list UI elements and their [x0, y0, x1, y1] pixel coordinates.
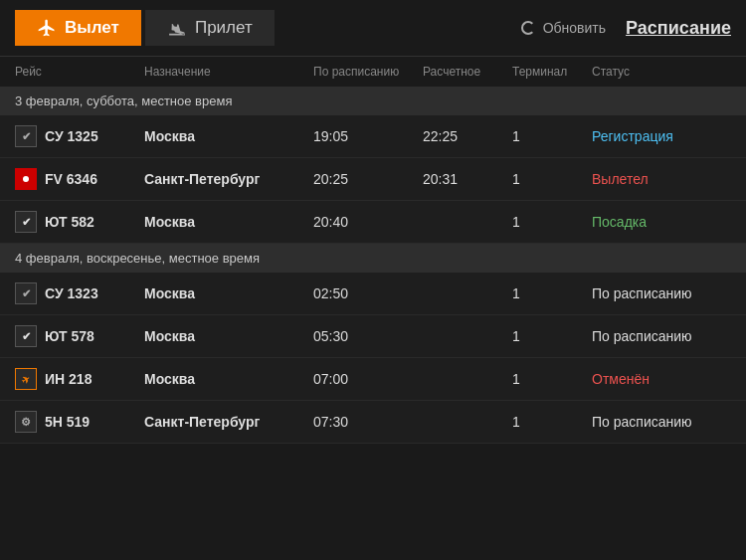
flight-id: СУ 1325 [15, 125, 144, 147]
airline-icon [15, 325, 37, 347]
scheduled-time: 07:00 [313, 371, 423, 387]
airline-icon [15, 282, 37, 304]
scheduled-time: 20:40 [313, 214, 423, 230]
table-row[interactable]: ИН 218 Москва 07:00 1 Отменён [0, 358, 746, 401]
status-badge: Вылетел [592, 171, 731, 187]
flight-number: FV 6346 [45, 171, 97, 187]
terminal: 1 [512, 371, 592, 387]
destination: Санкт-Петербург [144, 171, 313, 187]
status-badge: По расписанию [592, 328, 731, 344]
col-status: Статус [592, 65, 731, 79]
table-row[interactable]: 5Н 519 Санкт-Петербург 07:30 1 По распис… [0, 401, 746, 444]
column-headers: Рейс Назначение По расписанию Расчетное … [0, 57, 746, 87]
estimated-time: 22:25 [423, 128, 512, 144]
terminal: 1 [512, 128, 592, 144]
flight-id: ЮТ 582 [15, 211, 144, 233]
col-estimated: Расчетное [423, 65, 512, 79]
destination: Санкт-Петербург [144, 414, 313, 430]
airline-icon [15, 211, 37, 233]
schedule-title[interactable]: Расписание [626, 18, 731, 39]
status-badge: По расписанию [592, 414, 731, 430]
refresh-label: Обновить [543, 20, 606, 36]
col-scheduled: По расписанию [313, 65, 423, 79]
tab-depart-label: Вылет [65, 18, 119, 38]
tab-arrive[interactable]: Прилет [145, 10, 275, 46]
flight-number: ЮТ 582 [45, 214, 94, 230]
col-flight: Рейс [15, 65, 144, 79]
flight-id: СУ 1323 [15, 282, 144, 304]
scheduled-time: 02:50 [313, 285, 423, 301]
flight-id: ЮТ 578 [15, 325, 144, 347]
flight-number: СУ 1323 [45, 285, 98, 301]
arrive-plane-icon [167, 18, 187, 38]
destination: Москва [144, 285, 313, 301]
estimated-time: 20:31 [423, 171, 512, 187]
airline-icon [15, 125, 37, 147]
flight-number: ИН 218 [45, 371, 92, 387]
status-badge: Посадка [592, 214, 731, 230]
date-separator-1: 4 февраля, воскресенье, местное время [0, 244, 746, 273]
col-destination: Назначение [144, 65, 313, 79]
tab-depart[interactable]: Вылет [15, 10, 141, 46]
flight-id: 5Н 519 [15, 411, 144, 433]
table-row[interactable]: СУ 1323 Москва 02:50 1 По расписанию [0, 273, 746, 315]
terminal: 1 [512, 414, 592, 430]
app-container: Вылет Прилет Обновить Расписание Рейс На… [0, 0, 746, 444]
status-badge: По расписанию [592, 285, 731, 301]
table-row[interactable]: ЮТ 578 Москва 05:30 1 По расписанию [0, 315, 746, 358]
flight-number: ЮТ 578 [45, 328, 94, 344]
destination: Москва [144, 214, 313, 230]
col-terminal: Терминал [512, 65, 592, 79]
tab-arrive-label: Прилет [195, 18, 253, 38]
date-separator-0: 3 февраля, суббота, местное время [0, 87, 746, 115]
table-row[interactable]: FV 6346 Санкт-Петербург 20:25 20:31 1 Вы… [0, 158, 746, 201]
destination: Москва [144, 328, 313, 344]
table-row[interactable]: ЮТ 582 Москва 20:40 1 Посадка [0, 201, 746, 244]
flights-container: 3 февраля, суббота, местное время СУ 132… [0, 87, 746, 444]
scheduled-time: 20:25 [313, 171, 423, 187]
scheduled-time: 05:30 [313, 328, 423, 344]
status-badge: Регистрация [592, 128, 731, 144]
scheduled-time: 19:05 [313, 128, 423, 144]
airline-icon [15, 411, 37, 433]
flight-number: СУ 1325 [45, 128, 98, 144]
refresh-button[interactable]: Обновить [521, 20, 606, 36]
flight-id: FV 6346 [15, 168, 144, 190]
destination: Москва [144, 371, 313, 387]
flight-number: 5Н 519 [45, 414, 90, 430]
depart-plane-icon [37, 18, 57, 38]
flight-id: ИН 218 [15, 368, 144, 390]
airline-icon [15, 368, 37, 390]
airline-icon [15, 168, 37, 190]
scheduled-time: 07:30 [313, 414, 423, 430]
status-badge: Отменён [592, 371, 731, 387]
terminal: 1 [512, 285, 592, 301]
header: Вылет Прилет Обновить Расписание [0, 0, 746, 57]
refresh-icon [521, 21, 535, 35]
table-row[interactable]: СУ 1325 Москва 19:05 22:25 1 Регистрация [0, 115, 746, 158]
destination: Москва [144, 128, 313, 144]
terminal: 1 [512, 328, 592, 344]
terminal: 1 [512, 214, 592, 230]
terminal: 1 [512, 171, 592, 187]
